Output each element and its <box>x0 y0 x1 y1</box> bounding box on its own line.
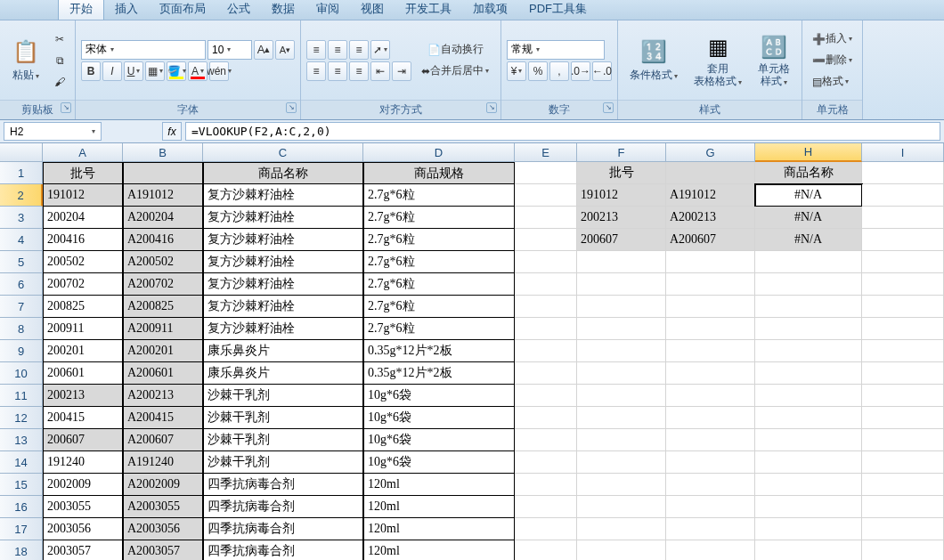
cell-E10[interactable] <box>515 362 577 385</box>
paste-button[interactable]: 📋 粘贴▾ <box>5 33 46 87</box>
cell-I2[interactable] <box>862 184 944 207</box>
cell-F10[interactable] <box>577 362 666 385</box>
cell-G3[interactable]: A200213 <box>666 207 755 229</box>
cell-I11[interactable] <box>862 385 944 407</box>
tab-2[interactable]: 页面布局 <box>149 0 216 20</box>
cell-H4[interactable]: #N/A <box>755 229 862 251</box>
dec-decimal-button[interactable]: ←.0 <box>592 61 612 81</box>
cell-F14[interactable] <box>577 451 666 474</box>
cell-A9[interactable]: 200201 <box>43 340 123 362</box>
cell-A18[interactable]: 2003057 <box>43 540 123 560</box>
indent-inc-button[interactable]: ⇥ <box>392 61 411 81</box>
cell-B3[interactable]: A200204 <box>123 207 203 229</box>
cell-F7[interactable] <box>577 296 666 318</box>
cell-A1[interactable]: 批号 <box>43 162 123 184</box>
delete-cells-button[interactable]: ➖ 删除▾ <box>808 51 857 70</box>
currency-button[interactable]: ¥▾ <box>507 61 526 81</box>
cell-F12[interactable] <box>577 407 666 429</box>
tab-4[interactable]: 数据 <box>261 0 305 20</box>
cell-D13[interactable]: 10g*6袋 <box>363 429 515 451</box>
border-button[interactable]: ▦▾ <box>145 61 165 81</box>
cell-I8[interactable] <box>862 318 944 340</box>
cell-D10[interactable]: 0.35g*12片*2板 <box>363 362 515 385</box>
cell-F13[interactable] <box>577 429 666 451</box>
cell-H13[interactable] <box>755 429 862 451</box>
cell-B18[interactable]: A2003057 <box>123 540 203 560</box>
cell-A5[interactable]: 200502 <box>43 251 123 273</box>
percent-button[interactable]: % <box>528 61 548 81</box>
indent-dec-button[interactable]: ⇤ <box>370 61 390 81</box>
cell-E8[interactable] <box>515 318 577 340</box>
cell-C15[interactable]: 四季抗病毒合剂 <box>203 474 363 496</box>
cell-F2[interactable]: 191012 <box>577 184 666 207</box>
cell-A3[interactable]: 200204 <box>43 207 123 229</box>
cell-A8[interactable]: 200911 <box>43 318 123 340</box>
cell-G11[interactable] <box>666 385 755 407</box>
orientation-button[interactable]: ➚▾ <box>370 40 390 60</box>
cell-F17[interactable] <box>577 518 666 540</box>
cell-C1[interactable]: 商品名称 <box>203 162 363 184</box>
italic-button[interactable]: I <box>102 61 122 81</box>
cell-E9[interactable] <box>515 340 577 362</box>
cell-D6[interactable]: 2.7g*6粒 <box>363 273 515 296</box>
cell-A10[interactable]: 200601 <box>43 362 123 385</box>
cell-E1[interactable] <box>515 162 577 184</box>
cell-F16[interactable] <box>577 496 666 518</box>
col-header-H[interactable]: H <box>755 143 862 162</box>
cell-H18[interactable] <box>755 540 862 560</box>
cell-A7[interactable]: 200825 <box>43 296 123 318</box>
cell-F3[interactable]: 200213 <box>577 207 666 229</box>
format-as-table-button[interactable]: ▦ 套用 表格格式▾ <box>688 28 748 91</box>
cell-C6[interactable]: 复方沙棘籽油栓 <box>203 273 363 296</box>
tab-6[interactable]: 视图 <box>350 0 395 20</box>
col-header-I[interactable]: I <box>862 143 944 162</box>
cell-C4[interactable]: 复方沙棘籽油栓 <box>203 229 363 251</box>
row-header-9[interactable]: 9 <box>0 340 43 362</box>
cell-B5[interactable]: A200502 <box>123 251 203 273</box>
cell-C12[interactable]: 沙棘干乳剂 <box>203 407 363 429</box>
cell-D4[interactable]: 2.7g*6粒 <box>363 229 515 251</box>
row-header-3[interactable]: 3 <box>0 207 43 229</box>
cell-G12[interactable] <box>666 407 755 429</box>
cell-I14[interactable] <box>862 451 944 474</box>
merge-center-button[interactable]: ⬌ 合并后居中▾ <box>415 61 495 81</box>
row-header-8[interactable]: 8 <box>0 318 43 340</box>
col-header-C[interactable]: C <box>203 143 363 162</box>
phonetic-button[interactable]: wén▾ <box>209 61 229 81</box>
cell-F1[interactable]: 批号 <box>577 162 666 184</box>
cell-B4[interactable]: A200416 <box>123 229 203 251</box>
cell-D14[interactable]: 10g*6袋 <box>363 451 515 474</box>
underline-button[interactable]: U▾ <box>124 61 143 81</box>
cell-D16[interactable]: 120ml <box>363 496 515 518</box>
cell-F9[interactable] <box>577 340 666 362</box>
cell-F4[interactable]: 200607 <box>577 229 666 251</box>
cell-I15[interactable] <box>862 474 944 496</box>
font-family-combo[interactable]: 宋体▾ <box>81 40 206 60</box>
cell-H14[interactable] <box>755 451 862 474</box>
cell-E16[interactable] <box>515 496 577 518</box>
font-launcher[interactable]: ↘ <box>286 102 297 113</box>
cell-F5[interactable] <box>577 251 666 273</box>
cell-B16[interactable]: A2003055 <box>123 496 203 518</box>
cell-H9[interactable] <box>755 340 862 362</box>
number-launcher[interactable]: ↘ <box>603 102 614 113</box>
cell-C2[interactable]: 复方沙棘籽油栓 <box>203 184 363 207</box>
align-top-button[interactable]: ≡ <box>306 40 326 60</box>
cell-B10[interactable]: A200601 <box>123 362 203 385</box>
cell-G9[interactable] <box>666 340 755 362</box>
cell-B8[interactable]: A200911 <box>123 318 203 340</box>
cell-D5[interactable]: 2.7g*6粒 <box>363 251 515 273</box>
cell-H3[interactable]: #N/A <box>755 207 862 229</box>
align-center-button[interactable]: ≡ <box>328 61 347 81</box>
cell-E15[interactable] <box>515 474 577 496</box>
cell-E3[interactable] <box>515 207 577 229</box>
cell-B11[interactable]: A200213 <box>123 385 203 407</box>
cell-H16[interactable] <box>755 496 862 518</box>
cell-C10[interactable]: 康乐鼻炎片 <box>203 362 363 385</box>
cell-C14[interactable]: 沙棘干乳剂 <box>203 451 363 474</box>
cell-B14[interactable]: A191240 <box>123 451 203 474</box>
cell-H10[interactable] <box>755 362 862 385</box>
cell-B13[interactable]: A200607 <box>123 429 203 451</box>
cell-G15[interactable] <box>666 474 755 496</box>
cell-B15[interactable]: A2002009 <box>123 474 203 496</box>
